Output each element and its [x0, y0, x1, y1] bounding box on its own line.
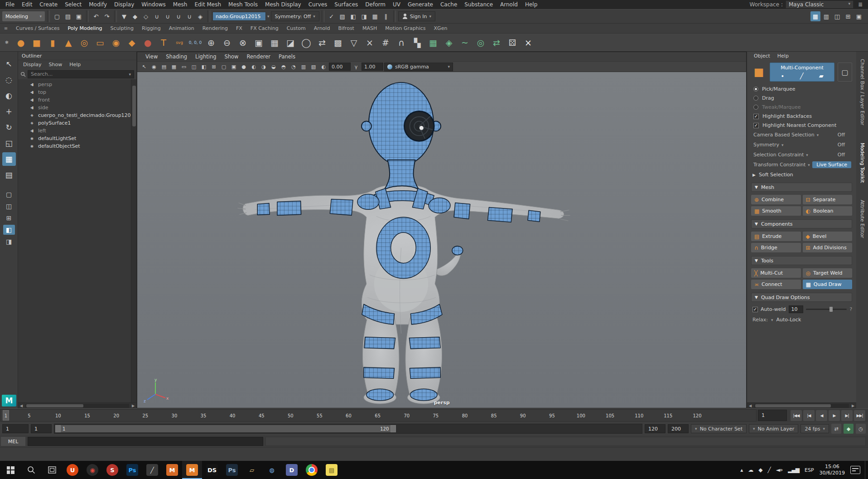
menubar-item[interactable]: Display [111, 0, 138, 9]
scale-tool[interactable]: ◱ [2, 136, 16, 150]
save-scene-icon[interactable]: ▣ [74, 11, 84, 21]
timeline-tick[interactable]: 115 [664, 413, 672, 418]
start-button[interactable] [0, 461, 21, 479]
menubar-item[interactable]: Curves [305, 0, 331, 9]
app-discord[interactable]: D [282, 461, 302, 479]
auto-weld-value-field[interactable]: 10 [789, 305, 803, 313]
play-backward-icon[interactable]: ◀ [816, 410, 827, 421]
drag-radio[interactable]: Drag [751, 94, 852, 102]
app-ubuntu[interactable]: U [63, 461, 82, 479]
live-object-field[interactable]: nado:Group12015 [212, 12, 266, 21]
viewport-menu-item[interactable]: Shading [162, 53, 191, 61]
layout-single-pane[interactable]: ▢ [3, 189, 15, 199]
toolkit-button[interactable]: ∩Bridge [751, 243, 801, 252]
move-tool[interactable]: + [2, 105, 16, 118]
tools-section-header[interactable]: ▼ Tools [751, 256, 852, 265]
timeline-tick[interactable]: 90 [520, 413, 526, 418]
shelf-tab[interactable]: Animation [165, 24, 198, 33]
poly-cube-icon[interactable]: ■ [29, 35, 44, 50]
help-icon[interactable]: ? [849, 306, 852, 312]
camera-attributes-icon[interactable]: ▤ [159, 62, 169, 71]
combine-icon[interactable]: ▣ [251, 35, 266, 50]
outliner-item[interactable]: ◂▮ side [18, 104, 136, 111]
quad-draw-options-header[interactable]: ▼ Quad Draw Options [751, 293, 852, 302]
slider-knob[interactable] [829, 307, 833, 312]
boolean-difference-icon[interactable]: ⊖ [219, 35, 235, 50]
task-view-button[interactable] [42, 461, 63, 479]
play-forward-icon[interactable]: ▶ [829, 410, 840, 421]
auto-keyframe-icon[interactable]: ◆ [844, 424, 854, 434]
menubar-item[interactable]: Generate [404, 0, 437, 9]
single-pane-layout-icon[interactable]: ▦ [810, 11, 820, 21]
separate-icon[interactable]: ▦ [267, 35, 282, 50]
timeline-tick[interactable]: 70 [404, 413, 410, 418]
toolkit-button[interactable]: ≍Connect [751, 280, 801, 289]
network-icon[interactable]: ▂▄▆ [788, 467, 799, 473]
edge-mode-icon[interactable]: ╱ [800, 73, 804, 79]
shelf-tab[interactable]: FX [232, 24, 246, 33]
toolkit-button[interactable]: ⊕Combine [751, 195, 801, 204]
mesh-section-header[interactable]: ▼ Mesh [751, 183, 852, 192]
reduce-icon[interactable]: ▽ [346, 35, 362, 50]
shelf-tab[interactable]: MASH [358, 24, 381, 33]
app-media-player[interactable]: ◉ [82, 461, 102, 479]
poly-cylinder-icon[interactable]: ▮ [45, 35, 60, 50]
outliner-item[interactable]: ◂▮ left [18, 127, 136, 135]
gamma-field[interactable]: 1.00 [362, 63, 383, 71]
tweak-marquee-radio[interactable]: Tweak/Marquee [751, 103, 852, 111]
lock-camera-icon[interactable]: ◉ [149, 62, 159, 71]
ao-toggle-icon[interactable]: ◓ [279, 62, 288, 71]
extract-icon[interactable]: ◪ [283, 35, 298, 50]
film-gate-icon[interactable]: ▭ [179, 62, 188, 71]
shaded-mode-icon[interactable]: ● [239, 62, 248, 71]
last-tool[interactable]: ▤ [2, 168, 16, 182]
gamma-icon[interactable]: γ [352, 62, 361, 71]
layout-hypershade[interactable]: ◨ [3, 237, 15, 247]
shelf-tab[interactable]: FX Caching [246, 24, 283, 33]
scrollbar-thumb[interactable] [755, 404, 831, 407]
symmetry-select[interactable]: Symmetry: Off ▾ [271, 11, 319, 21]
app-maya-launcher[interactable]: M [162, 461, 182, 479]
menubar-item[interactable]: Help [521, 0, 541, 9]
workspace-select[interactable]: Maya Classic ▾ [786, 0, 854, 9]
timeline-tick[interactable]: 25 [142, 413, 148, 418]
playback-end-field[interactable]: 120 [645, 424, 665, 433]
command-language-button[interactable]: MEL [1, 437, 25, 446]
radio-icon[interactable] [753, 96, 758, 101]
layout-two-pane[interactable]: ◫ [3, 201, 15, 211]
viewport-menu-item[interactable]: Lighting [192, 53, 220, 61]
playback-range-bar[interactable]: 1 120 [55, 425, 396, 432]
poly-platonic-icon[interactable]: ◆ [124, 35, 140, 50]
poly-disc-icon[interactable]: ◉ [108, 35, 124, 50]
viewport-menu-item[interactable]: Renderer [243, 53, 275, 61]
channel-box-toggle-icon[interactable]: ⊞ [843, 11, 853, 21]
step-back-icon[interactable]: |◀ [803, 410, 815, 421]
taskbar-search-button[interactable] [21, 461, 42, 479]
pen-settings-icon[interactable]: ╱ [768, 467, 771, 473]
layout-persp-outliner[interactable]: ◧ [3, 225, 15, 235]
app-photoshop[interactable]: Ps [122, 461, 142, 479]
sculpt-shelf-icon[interactable]: ~ [457, 35, 473, 50]
scroll-left-icon[interactable]: ◀ [18, 404, 24, 408]
toolkit-button[interactable]: ▦Smooth [751, 206, 801, 216]
chevron-down-icon[interactable]: ▾ [267, 14, 270, 19]
app-daz-studio[interactable]: DS [202, 461, 222, 479]
outliner-item[interactable]: ◂▮ top [18, 88, 136, 96]
timeline-tick[interactable]: 120 [693, 413, 701, 418]
timeline-tick[interactable]: 50 [288, 413, 294, 418]
toolkit-button[interactable]: ▤Extrude [751, 232, 801, 241]
outliner-item[interactable]: ◉ defaultObjectSet [18, 142, 136, 150]
wireframe-on-shaded-icon[interactable]: ▧ [309, 62, 318, 71]
snap-to-grid-icon[interactable]: ∪ [152, 11, 162, 21]
outliner-search-input[interactable]: Search... ▾ [28, 70, 134, 78]
hidden-icons-chevron-icon[interactable]: ▴ [740, 467, 743, 473]
app-file-explorer[interactable]: ▱ [242, 461, 262, 479]
toolkit-button[interactable]: ▦Quad Draw [803, 280, 853, 289]
open-scene-icon[interactable]: ▤ [63, 11, 73, 21]
timeline-tick[interactable]: 20 [113, 413, 119, 418]
outliner-vertical-scrollbar[interactable] [131, 79, 136, 402]
crossing-tool-icon[interactable]: × [521, 35, 536, 50]
go-to-start-icon[interactable]: |◀◀ [791, 410, 802, 421]
menubar-item[interactable]: Mesh Display [261, 0, 305, 9]
menubar-item[interactable]: Edit [18, 0, 36, 9]
